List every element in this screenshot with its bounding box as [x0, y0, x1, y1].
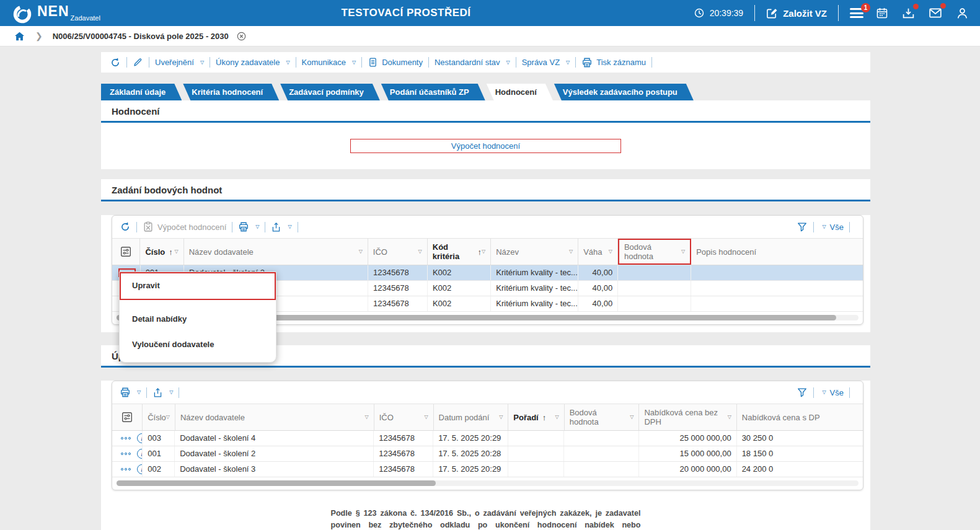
caret-down-icon[interactable]: ▽ — [609, 249, 612, 254]
downloads-button[interactable] — [902, 7, 915, 20]
cell-bodova-hodnota[interactable] — [618, 281, 691, 296]
clock-time: 20:39:39 — [710, 8, 744, 18]
create-vz-button[interactable]: Založit VZ — [766, 7, 827, 19]
caret-down-icon[interactable]: ▽ — [555, 415, 559, 420]
menu-item-detail-nabidky[interactable]: Detail nabídky — [120, 306, 276, 332]
table1-vypocet-button[interactable]: Výpočet hodnocení — [143, 221, 226, 232]
th-kod-kriteria[interactable]: Kód kritéria ↑ ▽ — [428, 239, 491, 265]
table2-row[interactable]: 002 Dodavatel - školení 3 12345678 17. 5… — [112, 462, 863, 477]
cell-bodova-hodnota[interactable] — [618, 265, 691, 280]
tab-zakladni-udaje[interactable]: Základní údaje — [101, 84, 182, 100]
th-nazev-dodavatele[interactable]: Název dodavatele ▽ — [184, 239, 368, 265]
refresh-button[interactable] — [110, 57, 121, 68]
home-icon[interactable] — [14, 30, 25, 42]
th-datum-podani[interactable]: Datum podání ▽ — [434, 404, 509, 430]
menu-nestandardni-stav[interactable]: Nestandardní stav▽ — [435, 58, 510, 67]
scrollbar-thumb[interactable] — [117, 480, 436, 486]
table2-show-all-toggle[interactable]: ▽ Vše — [819, 388, 844, 397]
caret-down-icon[interactable]: ▽ — [482, 249, 485, 254]
breadcrumb-record[interactable]: N006/25/V00004745 - Disková pole 2025 - … — [53, 32, 229, 41]
export-icon — [152, 387, 163, 398]
separator — [849, 222, 850, 232]
tab-vysledek[interactable]: Výsledek zadávacího postupu — [554, 84, 694, 100]
edit-button[interactable] — [133, 57, 143, 68]
vypocet-hodnoceni-button[interactable]: Výpočet hodnocení — [350, 139, 621, 153]
close-record-icon[interactable] — [236, 31, 247, 42]
menu-tisk-zaznamu[interactable]: Tisk záznamu — [581, 57, 646, 68]
caret-down-icon[interactable]: ▽ — [424, 415, 428, 420]
menu-dokumenty[interactable]: Dokumenty — [368, 57, 423, 68]
th-poradi[interactable]: Pořadí ↑ ▽ — [508, 404, 564, 430]
caret-down-icon: ▽ — [169, 390, 173, 395]
menu-item-vylouceni-dodavatele[interactable]: Vyloučení dodavatele — [120, 332, 276, 357]
main-menu-button[interactable]: 1 — [850, 8, 863, 18]
table2-print-button[interactable]: ▽ — [120, 387, 141, 398]
separator — [428, 57, 429, 68]
info-icon[interactable] — [137, 433, 143, 443]
th-cislo[interactable]: Číslo ▽ — [143, 404, 175, 430]
filter-funnel-icon[interactable] — [797, 221, 808, 232]
menu-label: Komunikace — [302, 58, 347, 67]
th-vaha[interactable]: Váha ▽ — [578, 239, 618, 265]
caret-down-icon: ▽ — [286, 60, 289, 65]
th-nazev[interactable]: Název ▽ — [491, 239, 578, 265]
row-actions-icon[interactable] — [118, 435, 133, 441]
table1-refresh-button[interactable] — [120, 221, 131, 232]
table2-export-button[interactable]: ▽ — [152, 387, 173, 398]
caret-down-icon[interactable]: ▽ — [630, 415, 633, 420]
info-icon[interactable] — [137, 449, 143, 459]
menu-komunikace[interactable]: Komunikace▽ — [302, 58, 356, 67]
messages-alert-dot — [940, 3, 946, 9]
menu-item-upravit[interactable]: Upravit — [120, 272, 276, 300]
table2-row[interactable]: 003 Dodavatel - školení 4 12345678 17. 5… — [112, 431, 863, 446]
tab-hodnoceni[interactable]: Hodnocení — [487, 84, 553, 100]
nen-logo[interactable]: NEN Zadavatel — [0, 2, 100, 24]
row-actions-icon[interactable] — [118, 451, 133, 457]
caret-down-icon[interactable]: ▽ — [365, 415, 369, 420]
cell-bodova-hodnota[interactable] — [618, 296, 691, 311]
info-icon[interactable] — [137, 464, 143, 474]
caret-down-icon[interactable]: ▽ — [359, 249, 363, 254]
table1-export-button[interactable]: ▽ — [271, 222, 291, 232]
th-ico[interactable]: IČO ▽ — [374, 404, 434, 430]
tab-podani-ucastniku[interactable]: Podání účastníků ZP — [381, 84, 485, 100]
tab-kriteria-hodnoceni[interactable]: Kritéria hodnocení — [183, 84, 279, 100]
table1-show-all-toggle[interactable]: ▽ Vše — [819, 223, 844, 232]
person-icon — [956, 7, 969, 20]
menu-sprava-vz[interactable]: Správa VZ▽ — [522, 58, 570, 67]
table2-row[interactable]: 001 Dodavatel - školení 2 12345678 17. 5… — [112, 446, 863, 462]
caret-down-icon[interactable]: ▽ — [418, 249, 422, 254]
table1-print-button[interactable]: ▽ — [238, 221, 259, 232]
caret-down-icon[interactable]: ▽ — [499, 415, 503, 420]
caret-down-icon[interactable]: ▽ — [681, 249, 685, 254]
menu-label: Správa VZ — [522, 58, 560, 67]
th-popis-hodnoceni[interactable]: Popis hodnocení — [691, 239, 863, 265]
th-bodova-hodnota[interactable]: Bodová hodnota ▽ — [565, 404, 640, 430]
calendar-button[interactable] — [876, 7, 888, 19]
caret-down-icon[interactable]: ▽ — [175, 249, 179, 254]
menu-uverejneni[interactable]: Uveřejnění▽ — [155, 58, 204, 67]
cell-cislo: 003 — [143, 431, 175, 446]
column-config-cell[interactable] — [112, 404, 143, 430]
th-bodova-hodnota[interactable]: Bodová hodnota ▽ — [618, 239, 691, 265]
messages-button[interactable] — [929, 6, 942, 20]
filter-funnel-icon[interactable] — [797, 387, 808, 398]
row-actions-icon[interactable] — [118, 466, 133, 472]
menu-ukony-zadavatele[interactable]: Úkony zadavatele▽ — [216, 58, 290, 67]
table2-hscrollbar[interactable] — [117, 480, 859, 486]
profile-button[interactable] — [956, 7, 969, 20]
th-cena-s-dph[interactable]: Nabídková cena s DP — [737, 404, 863, 430]
th-ico[interactable]: IČO ▽ — [368, 239, 428, 265]
column-config-cell[interactable] — [112, 239, 140, 265]
separator — [232, 222, 232, 232]
cell-datum-podani: 17. 5. 2025 20:29 — [433, 431, 508, 446]
cell-datum-podani: 17. 5. 2025 20:28 — [433, 446, 508, 461]
th-nazev-dodavatele[interactable]: Název dodavatele ▽ — [175, 404, 374, 430]
tab-zadavaci-podminky[interactable]: Zadávací podmínky — [280, 84, 380, 100]
cell-bodova-hodnota — [564, 431, 639, 446]
caret-down-icon[interactable]: ▽ — [728, 415, 731, 420]
th-cena-bez-dph[interactable]: Nabídková cena bez DPH ▽ — [639, 404, 736, 430]
caret-down-icon[interactable]: ▽ — [569, 249, 573, 254]
caret-down-icon[interactable]: ▽ — [166, 415, 170, 420]
th-cislo[interactable]: Číslo ↑ ▽ — [140, 239, 183, 265]
